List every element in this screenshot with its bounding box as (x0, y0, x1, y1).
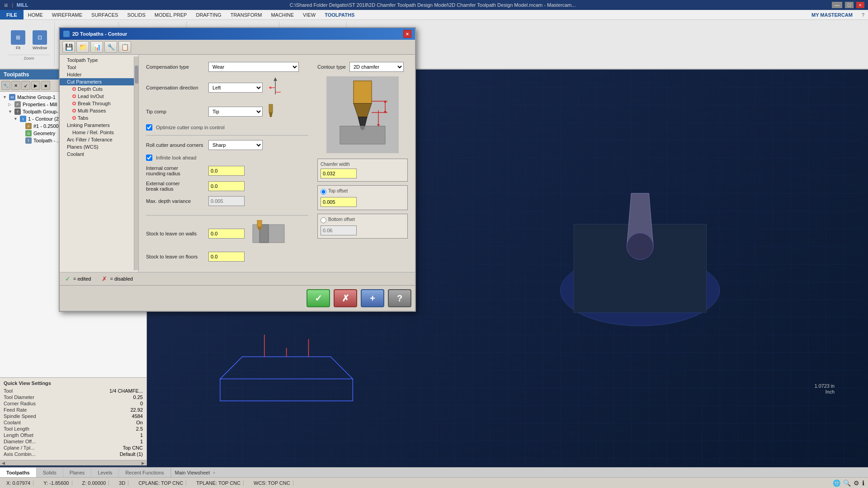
chamfer-width-title: Chamfer width (321, 162, 405, 167)
panel-scrollbar[interactable]: ◀ ▶ (0, 460, 146, 465)
status-search-icon[interactable]: 🔍 (843, 479, 851, 487)
svg-point-3 (627, 233, 654, 260)
menu-surfaces[interactable]: SURFACES (87, 10, 123, 19)
infinite-lookahead-checkbox[interactable] (146, 155, 152, 161)
dialog-ok-btn[interactable]: ✓ (307, 289, 330, 307)
dialog-cancel-btn[interactable]: ✗ (334, 289, 357, 307)
menu-file[interactable]: FILE (0, 10, 24, 19)
top-offset-input[interactable] (321, 197, 357, 207)
nav-holder[interactable]: Holder (60, 71, 134, 78)
status-globe-icon[interactable]: 🌐 (833, 479, 840, 487)
left-tool-btn4[interactable]: ▶ (31, 81, 40, 90)
tab-levels[interactable]: Levels (91, 468, 119, 477)
status-wcs: WCS: TOP CNC (251, 480, 293, 486)
qv-feed: Feed Rate 22.92 (4, 407, 143, 413)
contour-type-row: Contour type 2D chamfer 2D Ramp (317, 62, 408, 72)
viewport-tab[interactable]: Main Viewsheet (175, 470, 210, 475)
dialog-help-btn[interactable]: ? (388, 289, 411, 307)
menu-modelprep[interactable]: MODEL PREP (150, 10, 192, 19)
contour-type-label: Contour type (317, 64, 346, 70)
roll-cutter-select[interactable]: Sharp All None (208, 140, 263, 150)
internal-corner-input[interactable] (208, 166, 245, 176)
tab-recent-functions[interactable]: Recent Functions (119, 468, 171, 477)
left-tool-btn3[interactable]: ↙ (21, 81, 30, 90)
bottom-offset-radio[interactable] (321, 217, 326, 223)
svg-rect-14 (269, 104, 273, 113)
menu-machine[interactable]: MACHINE (266, 10, 298, 19)
nav-linking-params[interactable]: Linking Parameters (60, 122, 134, 129)
nav-tool[interactable]: Tool (60, 64, 134, 71)
dialog-chart-btn[interactable]: 📊 (90, 41, 103, 53)
dialog-add-btn[interactable]: + (361, 289, 384, 307)
dialog-folder-btn[interactable]: 📁 (76, 41, 89, 53)
legend-edited-icon: ✓ (65, 275, 71, 282)
nav-lead-in-out[interactable]: Lead In/Out (60, 93, 134, 100)
contour-type-select[interactable]: 2D chamfer 2D Ramp (349, 62, 404, 72)
stock-walls-label: Stock to leave on walls (146, 231, 205, 236)
nav-break-through[interactable]: Break Through (60, 100, 134, 107)
internal-corner-label: Internal cornerrounding radius (146, 165, 205, 176)
compensation-direction-select[interactable]: Left Right (208, 83, 263, 93)
top-offset-radio[interactable] (321, 189, 326, 195)
menu-drafting[interactable]: DRAFTING (191, 10, 226, 19)
minimize-btn[interactable]: — (832, 2, 842, 8)
nav-coolant[interactable]: Coolant (60, 150, 134, 158)
depth-cuts-circle (72, 87, 76, 91)
window-label: Window (33, 46, 47, 50)
menu-wireframe[interactable]: WIREFRAME (47, 10, 87, 19)
quick-view-settings: Quick View Settings Tool 1/4 CHAMFE... T… (0, 377, 146, 460)
nav-toolpath-type[interactable]: Toolpath Type (60, 56, 134, 64)
max-depth-label: Max. depth variance (146, 198, 205, 204)
menu-home[interactable]: HOME (24, 10, 47, 19)
left-tool-btn2[interactable]: ✕ (11, 81, 20, 90)
chamfer-width-input[interactable] (321, 169, 357, 178)
qv-coolant: Coolant On (4, 419, 143, 426)
dialog-save-btn[interactable]: 💾 (62, 41, 75, 53)
chamfer-width-box: Chamfer width (317, 159, 408, 182)
dialog-clipboard-btn[interactable]: 📋 (118, 41, 131, 53)
left-tool-btn1[interactable]: 🔧 (1, 81, 10, 90)
svg-marker-15 (269, 113, 273, 117)
bottom-offset-box: Bottom offset (317, 214, 408, 239)
contour-preview-svg (326, 76, 399, 153)
dialog-tool-btn[interactable]: 🔧 (104, 41, 117, 53)
stock-walls-input[interactable] (208, 229, 245, 239)
nav-multi-passes[interactable]: Multi Passes (60, 107, 134, 114)
status-settings-icon[interactable]: ⚙ (854, 479, 859, 487)
status-info-icon[interactable]: ℹ (862, 479, 864, 487)
nav-arc-filter[interactable]: Arc Filter / Tolerance (60, 136, 134, 143)
viewport-tab-plus[interactable]: + (212, 470, 215, 475)
nav-cut-parameters[interactable]: Cut Parameters (60, 78, 134, 85)
help-btn[interactable]: ? (858, 12, 868, 18)
window-btn[interactable]: ⊡ Window (30, 28, 50, 52)
menu-view[interactable]: VIEW (298, 10, 320, 19)
stock-floors-input[interactable] (208, 252, 245, 262)
tab-toolpaths[interactable]: Toolpaths (0, 468, 37, 477)
legend-disabled-label: = disabled (110, 276, 132, 282)
nav-depth-cuts[interactable]: Depth Cuts (60, 85, 134, 93)
qv-diameter: Tool Diameter 0.25 (4, 394, 143, 400)
compensation-type-select[interactable]: Wear Computer Control Reverse Off (208, 62, 299, 72)
optimize-label: Optimize cutter comp in control (156, 125, 225, 130)
dialog-close-btn[interactable]: × (403, 30, 411, 38)
menu-toolpaths[interactable]: TOOLPATHS (320, 10, 359, 19)
internal-corner-row: Internal cornerrounding radius (146, 165, 308, 176)
external-corner-input[interactable] (208, 181, 245, 191)
nav-home-rel[interactable]: Home / Rel. Points (60, 129, 134, 136)
menu-solids[interactable]: SOLIDS (123, 10, 150, 19)
legend-disabled: ✗ = disabled (102, 275, 132, 282)
title-file: C:\Shared Folder Delgatto\ST 2018\2D Cha… (34, 2, 832, 8)
tip-comp-select[interactable]: Tip Center (208, 107, 263, 117)
nav-tabs[interactable]: Tabs (60, 114, 134, 122)
close-app-btn[interactable]: × (856, 2, 864, 8)
maximize-btn[interactable]: □ (845, 2, 854, 8)
dialog-legend: ✓ = edited ✗ = disabled (60, 272, 415, 285)
fit-btn[interactable]: ⊞ Fit (8, 28, 28, 52)
menu-transform[interactable]: TRANSFORM (226, 10, 267, 19)
qv-toollength: Tool Length 2.5 (4, 426, 143, 432)
optimize-checkbox[interactable] (146, 124, 152, 131)
tab-planes[interactable]: Planes (63, 468, 92, 477)
tab-solids[interactable]: Solids (37, 468, 63, 477)
left-tool-btn5[interactable]: ■ (41, 81, 50, 90)
nav-planes[interactable]: Planes (WCS) (60, 143, 134, 150)
